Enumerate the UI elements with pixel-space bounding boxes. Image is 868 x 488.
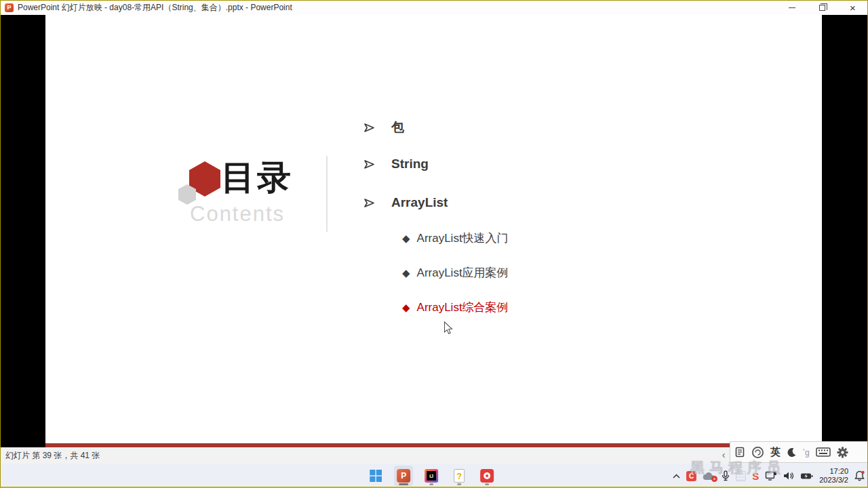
toc-subitem-label: ArrayList综合案例 xyxy=(417,300,509,315)
toc-item-label: 包 xyxy=(391,119,404,136)
toc-subitem-arraylist-comprehensive-case[interactable]: ◆ ArrayList综合案例 xyxy=(402,300,509,315)
running-indicator xyxy=(399,483,408,485)
windows-logo-icon xyxy=(370,470,382,482)
intellij-idea-icon: IJ xyxy=(425,469,438,483)
minimize-icon xyxy=(789,7,795,8)
sogou-letter: S xyxy=(752,470,759,482)
ime-mode-letter: g xyxy=(805,448,810,458)
toc-divider-line xyxy=(326,156,328,232)
minimize-button[interactable] xyxy=(776,0,807,15)
sync-error-badge: × xyxy=(711,476,717,482)
running-indicator xyxy=(429,483,433,485)
restore-button[interactable] xyxy=(807,0,837,15)
toc-item-label: ArrayList xyxy=(391,195,448,210)
ime-notebook-icon[interactable] xyxy=(734,447,745,458)
powerpoint-icon: P xyxy=(397,469,410,483)
taskbar-helpdoc-button[interactable]: ? xyxy=(450,466,469,486)
toc-subitem-arraylist-quickstart[interactable]: ◆ ArrayList快速入门 xyxy=(402,230,509,246)
ime-sogou-logo-icon[interactable] xyxy=(751,446,764,459)
diamond-bullet-icon: ◆ xyxy=(402,233,410,243)
window-controls: × xyxy=(776,0,868,15)
powerpoint-app-icon: P xyxy=(5,3,14,12)
arrow-bullet-icon xyxy=(363,198,375,208)
tray-sogou-icon[interactable]: S xyxy=(752,470,759,482)
ime-toolbar: 英 ⁿg xyxy=(730,441,868,463)
toc-subitem-label: ArrayList应用案例 xyxy=(417,265,509,281)
slideshow-stage: 目录 Contents 包 String ArrayList xyxy=(0,15,868,447)
system-tray: C × S xyxy=(673,464,865,488)
close-icon: × xyxy=(850,3,856,13)
screen-recorder-icon xyxy=(480,469,494,483)
tray-cloud-sync-icon[interactable]: × xyxy=(703,472,715,481)
ime-fullwidth-moon-icon[interactable] xyxy=(787,447,797,458)
diamond-bullet-icon: ◆ xyxy=(402,302,410,312)
diamond-bullet-icon: ◆ xyxy=(402,268,410,278)
tray-time: 17:20 xyxy=(819,467,848,476)
toc-item-label: String xyxy=(391,157,429,171)
slide-canvas[interactable]: 目录 Contents 包 String ArrayList xyxy=(45,15,822,447)
restore-icon xyxy=(819,5,825,11)
start-button[interactable] xyxy=(366,466,385,486)
ime-collapse-chevron[interactable]: ‹ xyxy=(717,447,730,464)
c-letter: C xyxy=(686,471,696,481)
tray-battery-icon[interactable] xyxy=(800,472,813,480)
toc-item-package[interactable]: 包 xyxy=(363,119,404,136)
window-title: PowerPoint 幻灯片放映 - day08-常用API（String、集合… xyxy=(18,2,292,14)
taskbar-center-icons: P IJ ? xyxy=(366,464,496,488)
ime-mode-indicator[interactable]: ⁿg xyxy=(803,447,810,458)
toc-subitem-arraylist-case[interactable]: ◆ ArrayList应用案例 xyxy=(402,265,509,281)
tray-display-cast-icon[interactable] xyxy=(765,470,777,481)
running-indicator xyxy=(457,483,461,485)
ime-language-toggle[interactable]: 英 xyxy=(770,446,781,459)
tray-faded-app-icon[interactable] xyxy=(736,471,746,481)
arrow-bullet-icon xyxy=(363,159,375,169)
ime-keyboard-icon[interactable] xyxy=(816,447,831,457)
taskbar-intellij-button[interactable]: IJ xyxy=(422,466,441,486)
slide-counter: 幻灯片 第 39 张，共 41 张 xyxy=(0,450,100,462)
toc-item-arraylist[interactable]: ArrayList xyxy=(363,195,448,210)
toc-item-string[interactable]: String xyxy=(363,157,429,171)
taskbar-clock[interactable]: 17:20 2023/3/2 xyxy=(819,467,848,485)
toc-subitem-label: ArrayList快速入门 xyxy=(417,230,509,246)
help-document-icon: ? xyxy=(454,469,465,483)
arrow-bullet-icon xyxy=(363,123,375,133)
taskbar-powerpoint-button[interactable]: P xyxy=(394,466,413,486)
ime-settings-gear-icon[interactable] xyxy=(837,447,848,458)
screen: P PowerPoint 幻灯片放映 - day08-常用API（String、… xyxy=(0,0,868,488)
mouse-cursor xyxy=(443,321,453,335)
taskbar-recorder-button[interactable] xyxy=(477,466,496,486)
tray-overflow-chevron[interactable] xyxy=(673,474,680,479)
close-button[interactable]: × xyxy=(837,0,868,15)
toc-logo-title: 目录 xyxy=(221,159,293,197)
tray-c-app-icon[interactable]: C xyxy=(686,471,696,481)
toc-logo-subtitle: Contents xyxy=(190,202,285,226)
windows-taskbar: P IJ ? C × xyxy=(0,464,868,488)
notification-bell-icon[interactable] xyxy=(854,470,865,481)
running-indicator xyxy=(485,483,489,485)
tray-volume-icon[interactable] xyxy=(783,471,794,481)
tray-microphone-icon[interactable] xyxy=(722,470,730,481)
tray-date: 2023/3/2 xyxy=(819,476,848,485)
window-titlebar: P PowerPoint 幻灯片放映 - day08-常用API（String、… xyxy=(0,0,868,15)
